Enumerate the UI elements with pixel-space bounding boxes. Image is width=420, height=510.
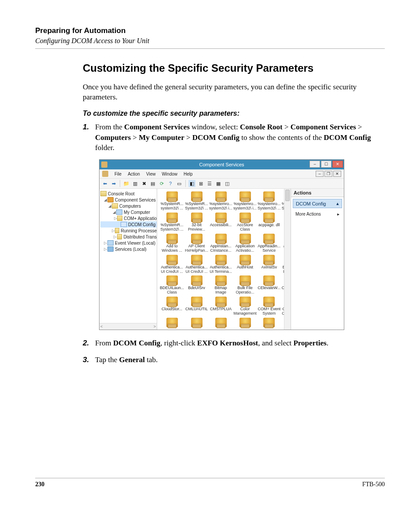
dcom-item[interactable]: Authentica...UI CredUI ... [160, 255, 184, 274]
component-icon [166, 297, 178, 306]
dcom-item[interactable]: AccStoreClass [233, 213, 257, 232]
toolbar: ⬅ ➡ 📁 ▥ ✖ ▤ ⟳ ? ▭ ◧ ⊞ ☰ ▦ ◫ [99, 178, 344, 189]
dcom-item[interactable]: 32-bitPreview... [185, 213, 208, 232]
dcom-item[interactable]: %SystemR...system32\ ... [160, 191, 184, 211]
step-2: 2. From DCOM Config, right-click EXFO Ke… [83, 338, 385, 349]
back-icon[interactable]: ⬅ [101, 180, 108, 187]
dcom-item[interactable]: CMSTPLUA [209, 297, 232, 316]
tree-scrollbar[interactable]: <> [99, 323, 157, 330]
mdi-close[interactable]: ✕ [333, 171, 341, 177]
component-icon [263, 213, 275, 222]
component-icon [191, 255, 203, 264]
tree-event-viewer[interactable]: ▷Event Viewer (Local) [100, 240, 157, 246]
component-icon [166, 234, 178, 243]
screenshot-component-services: Component Services – ☐ ✕ File Action Vie… [99, 159, 344, 330]
dcom-item[interactable] [209, 318, 232, 328]
dcom-item[interactable] [160, 318, 184, 328]
component-icon [215, 275, 227, 285]
minimize-button[interactable]: – [309, 161, 320, 168]
tree-dcom-config[interactable]: DCOM Config [100, 221, 157, 227]
dcom-item[interactable]: BitmapImage [209, 275, 232, 295]
dcom-item[interactable]: Authentica...UI CredUI ... [185, 255, 208, 274]
dcom-item[interactable]: %systemro...system32\ i... [233, 191, 257, 211]
tree-running-processes[interactable]: ▷Running Processe [100, 227, 157, 234]
dcom-item[interactable]: COM+ EventSystem [258, 297, 281, 316]
dcom-item[interactable] [258, 318, 281, 328]
component-icon [215, 318, 227, 327]
component-icon [215, 213, 227, 222]
actions-pane: Actions DCOM Config▴ More Actions▸ [291, 189, 344, 330]
dcom-item[interactable]: BDEUILaun...Class [160, 275, 184, 295]
view-detail-icon[interactable]: ▦ [215, 180, 222, 187]
dcom-item[interactable]: AxInstSv [258, 255, 281, 274]
component-icon [263, 275, 275, 285]
step-body: From the Component Services window, sele… [95, 122, 385, 153]
dcom-item[interactable] [233, 318, 257, 328]
step-body: From DCOM Config, right-click EXFO Kerno… [95, 338, 385, 349]
list-pane[interactable]: %SystemR...system32\ ...%SystemR...Syste… [157, 189, 291, 330]
dcom-item[interactable]: %systemro...system32\ i... [209, 191, 232, 211]
mdi-minimize[interactable]: – [316, 171, 324, 177]
view-list-icon[interactable]: ☰ [206, 180, 213, 187]
maximize-button[interactable]: ☐ [321, 161, 332, 168]
dcom-item[interactable]: %systemro...System32\ ... [258, 191, 281, 211]
dcom-item[interactable]: acppage. dll [258, 213, 281, 232]
tree-component-services[interactable]: ◢Component Services [100, 197, 157, 203]
dcom-item[interactable]: ColorManagement [233, 297, 257, 316]
tree-com-applications[interactable]: ▷COM+ Applicatio [100, 215, 157, 221]
component-icon [263, 191, 275, 201]
dcom-item[interactable]: Accessibili... [209, 213, 232, 232]
view-tile-icon[interactable]: ◫ [224, 180, 231, 187]
tree-pane[interactable]: Console Root ◢Component Services ◢Comput… [99, 189, 157, 330]
menu-view[interactable]: View [146, 172, 156, 176]
actions-section[interactable]: DCOM Config▴ [293, 199, 342, 208]
dcom-item[interactable]: BdeUISrv [185, 275, 208, 295]
menu-window[interactable]: Window [162, 172, 177, 176]
dcom-item[interactable]: %SystemR...System32\ ... [160, 213, 184, 232]
menu-action[interactable]: Action [128, 172, 140, 176]
step-number: 2. [83, 338, 95, 349]
step-3: 3. Tap the General tab. [83, 355, 385, 365]
menu-file[interactable]: File [114, 172, 122, 176]
tree-console-root[interactable]: Console Root [100, 191, 157, 197]
tree-computers[interactable]: ◢Computers [100, 203, 157, 209]
dcom-item[interactable]: Authentica...UI Termina... [209, 255, 232, 274]
dcom-item[interactable]: CMLUAUTIL [185, 297, 208, 316]
component-icon [166, 255, 178, 264]
help-icon[interactable]: ? [167, 180, 174, 187]
dcom-item[interactable]: Bulk FileOperatio... [233, 275, 257, 295]
refresh-icon[interactable]: ⟳ [158, 180, 165, 187]
mdi-restore[interactable]: ❐ [324, 171, 332, 177]
dcom-item[interactable]: AppInstan...CInstance... [209, 234, 232, 253]
view-large-icon[interactable]: ◧ [188, 180, 195, 187]
component-icon [239, 255, 251, 264]
dcom-item[interactable]: Add toWindows ... [160, 234, 184, 253]
section-title: Customizing the Specific Security Parame… [83, 62, 385, 74]
export-icon[interactable]: ▭ [176, 180, 183, 187]
properties-icon[interactable]: ▤ [149, 180, 156, 187]
tree-services-local[interactable]: ▷Services (Local) [100, 246, 157, 252]
dcom-item[interactable]: AppReadin...Service [258, 234, 281, 253]
dcom-item[interactable]: ApplicationActivatio... [233, 234, 257, 253]
page-number: 230 [35, 481, 44, 488]
actions-more[interactable]: More Actions▸ [291, 210, 344, 218]
forward-icon[interactable]: ➡ [110, 180, 117, 187]
window-titlebar[interactable]: Component Services – ☐ ✕ [99, 160, 344, 169]
dcom-item[interactable]: CElevateW... [258, 275, 281, 295]
dcom-item[interactable]: %SystemR...System32\ ... [185, 191, 208, 211]
delete-icon[interactable]: ✖ [140, 180, 147, 187]
dcom-item[interactable] [185, 318, 208, 328]
show-hide-icon[interactable]: ▥ [132, 180, 139, 187]
close-button[interactable]: ✕ [332, 161, 343, 168]
dcom-item[interactable]: AuthHost [233, 255, 257, 274]
up-level-icon[interactable]: 📁 [123, 180, 130, 187]
tree-distributed-trans[interactable]: ▷Distributed Trans [100, 234, 157, 240]
dcom-item[interactable]: AP ClientHxHelpPan... [185, 234, 208, 253]
instruction-title: To customize the specific security param… [83, 110, 385, 117]
view-small-icon[interactable]: ⊞ [197, 180, 204, 187]
menu-help[interactable]: Help [184, 172, 193, 176]
dcom-item[interactable]: CloudStor... [160, 297, 184, 316]
tree-my-computer[interactable]: ◢My Computer [100, 209, 157, 215]
step-number: 1. [83, 122, 95, 153]
list-scrollbar[interactable] [284, 189, 291, 330]
